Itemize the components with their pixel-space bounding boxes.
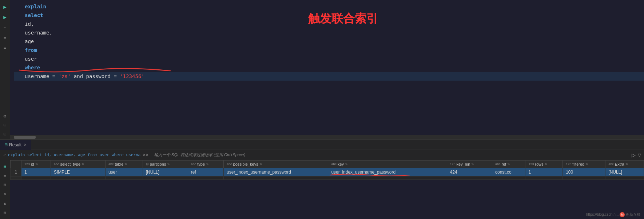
col-id[interactable]: 123 id ⇅ bbox=[21, 161, 51, 168]
cell-extra: [NULL] bbox=[605, 168, 644, 177]
col-partitions[interactable]: ⊟ partitions ⇅ bbox=[143, 161, 188, 168]
code-line-1: explain bbox=[14, 2, 644, 11]
settings-icon[interactable]: ⚙ bbox=[1, 112, 9, 120]
watermark-url: https://blog.csdn.n... bbox=[586, 212, 619, 216]
result-tab-icon: ⊞ bbox=[4, 142, 8, 147]
code-line-8: where bbox=[14, 63, 644, 72]
watermark-logo: 创 创新互联 bbox=[620, 212, 640, 217]
col-filtered[interactable]: 123 filtered ⇅ bbox=[563, 161, 605, 168]
col-extra-sort[interactable]: ⇅ bbox=[625, 162, 628, 166]
filter-icon[interactable]: ⊟ bbox=[1, 208, 9, 216]
debug-icon[interactable]: ▶ bbox=[1, 13, 9, 21]
result-tab-bar: ⊞ Result ✕ bbox=[0, 140, 644, 150]
watermark-logo-text: 创新互联 bbox=[626, 212, 640, 217]
col-table-sort[interactable]: ⇅ bbox=[124, 162, 127, 166]
cell-select-type: SIMPLE bbox=[51, 168, 105, 177]
row-number-empty bbox=[11, 177, 21, 180]
editor-area: ▶ ▶ ✏ ≡ ≡ ⚙ ⊟ ⊡ explain select id, usern… bbox=[0, 0, 644, 139]
col-rows[interactable]: 123 rows ⇅ bbox=[525, 161, 563, 168]
scrollbar-thumb[interactable] bbox=[14, 136, 36, 139]
edit-icon[interactable]: ✏ bbox=[1, 23, 9, 31]
query-filter-hint: 输入一个 SQL 表达式来过滤结果 (使用 Ctrl+Space) bbox=[154, 152, 245, 158]
col-ref[interactable]: abc ref ⇅ bbox=[492, 161, 525, 168]
bottom-panel: ⊞ Result ✕ ↗ explain select id, username… bbox=[0, 139, 644, 219]
row-number-cell: 1 bbox=[11, 168, 21, 177]
result-table: 123 id ⇅ abc select_type ⇅ bbox=[10, 160, 644, 180]
col-possible-keys[interactable]: abc possible_keys ⇅ bbox=[224, 161, 328, 168]
query-bar: ↗ explain select id, username, age from … bbox=[0, 150, 644, 160]
cell-table: user bbox=[105, 168, 143, 177]
col-key[interactable]: abc key ⇅ bbox=[328, 161, 447, 168]
col-ref-sort[interactable]: ⇅ bbox=[507, 162, 510, 166]
col-possible-keys-sort[interactable]: ⇅ bbox=[259, 162, 262, 166]
bottom-icon2[interactable]: ✕ bbox=[1, 190, 9, 197]
col-type-sort[interactable]: ⇅ bbox=[206, 162, 209, 166]
key-underline-svg bbox=[330, 173, 410, 176]
query-bar-close[interactable]: ▽ bbox=[638, 153, 641, 158]
run-icon[interactable]: ▶ bbox=[1, 3, 9, 11]
code-line-9: username = 'zs' and password = '123456' bbox=[14, 72, 644, 81]
left-sidebar: ▶ ▶ ✏ ≡ ≡ ⚙ ⊟ ⊡ bbox=[0, 0, 10, 139]
col-key-len[interactable]: 123 key_len ⇅ bbox=[447, 161, 492, 168]
cell-possible-keys: user_index_username_password bbox=[224, 168, 328, 177]
annotation-label: 触发联合索引 bbox=[308, 11, 378, 27]
code-editor[interactable]: explain select id, username, age from us… bbox=[0, 0, 644, 139]
col-rows-sort[interactable]: ⇅ bbox=[545, 162, 548, 166]
col-key-len-sort[interactable]: ⇅ bbox=[471, 162, 474, 166]
section-icon[interactable]: ≡ bbox=[1, 172, 9, 179]
result-table-wrapper[interactable]: ⊞ ≡ ⊟ ✕ ⇅ ⊟ 123 id ⇅ bbox=[0, 160, 644, 219]
table-body: 1 1 SIMPLE user [NULL] ref user_index_us… bbox=[11, 168, 644, 180]
result-tab-close[interactable]: ✕ bbox=[24, 143, 27, 147]
col-extra[interactable]: abc Extra ⇅ bbox=[605, 161, 644, 168]
result-tab[interactable]: ⊞ Result ✕ bbox=[0, 140, 31, 150]
table-row-empty bbox=[11, 177, 644, 180]
cell-ref: const,co bbox=[492, 168, 525, 177]
list-icon[interactable]: ≡ bbox=[1, 44, 9, 52]
query-bar-expand[interactable]: ▷ bbox=[632, 152, 636, 158]
cell-key-len: 424 bbox=[447, 168, 492, 177]
col-type[interactable]: abc type ⇅ bbox=[188, 161, 223, 168]
col-table[interactable]: abc table ⇅ bbox=[105, 161, 143, 168]
query-bar-sql-text: explain select id, username, age from us… bbox=[8, 153, 140, 157]
grid-icon[interactable]: ⊞ bbox=[1, 163, 9, 170]
cell-id: 1 bbox=[21, 168, 51, 177]
code-line-5: age bbox=[14, 37, 644, 46]
box-icon[interactable]: ⊡ bbox=[1, 130, 9, 138]
bottom-icon1[interactable]: ⊟ bbox=[1, 181, 9, 188]
horizontal-scrollbar[interactable] bbox=[10, 135, 644, 139]
col-partitions-sort[interactable]: ⇅ bbox=[167, 162, 170, 166]
query-bar-prefix: ↗ bbox=[3, 153, 6, 157]
format-icon[interactable]: ≡ bbox=[1, 33, 9, 41]
col-select-type[interactable]: abc select_type ⇅ bbox=[51, 161, 105, 168]
cell-type: ref bbox=[188, 168, 223, 177]
table-row[interactable]: 1 1 SIMPLE user [NULL] ref user_index_us… bbox=[11, 168, 644, 177]
watermark: https://blog.csdn.n... 创 创新互联 bbox=[586, 212, 640, 217]
code-line-4: username, bbox=[14, 28, 644, 37]
query-bar-sql-suffix: ✕✕ bbox=[143, 153, 148, 157]
col-id-sort[interactable]: ⇅ bbox=[35, 162, 38, 166]
table-header: 123 id ⇅ abc select_type ⇅ bbox=[11, 161, 644, 168]
file-icon[interactable]: ⊟ bbox=[1, 121, 9, 129]
col-filtered-sort[interactable]: ⇅ bbox=[585, 162, 588, 166]
col-key-sort[interactable]: ⇅ bbox=[345, 162, 348, 166]
col-row-indicator bbox=[11, 161, 21, 168]
col-select-type-sort[interactable]: ⇅ bbox=[82, 162, 84, 166]
code-line-7: user bbox=[14, 54, 644, 63]
cell-key: user_index_username_password bbox=[328, 168, 447, 177]
cell-filtered: 100 bbox=[563, 168, 605, 177]
result-tab-label: Result bbox=[9, 142, 21, 147]
sort-icon[interactable]: ⇅ bbox=[1, 199, 9, 207]
logo-circle: 创 bbox=[620, 212, 625, 217]
code-line-6: from bbox=[14, 46, 644, 54]
bottom-left-icons: ⊞ ≡ ⊟ ✕ ⇅ ⊟ bbox=[0, 160, 10, 219]
cell-rows: 1 bbox=[525, 168, 563, 177]
cell-partitions: [NULL] bbox=[143, 168, 188, 177]
